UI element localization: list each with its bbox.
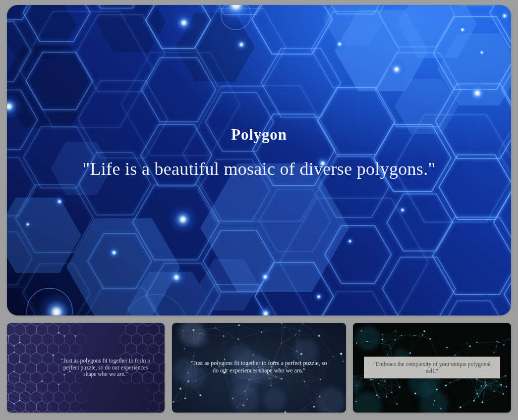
thumbnail-slide-3[interactable]: "Embrace the complexity of your unique p… <box>353 323 511 413</box>
thumbnail-1-quote: "Just as polygons fit together to form a… <box>59 358 152 378</box>
slide-gallery: Polygon "Life is a beautiful mosaic of d… <box>0 0 518 420</box>
quote-band: "Embrace the complexity of your unique p… <box>364 357 500 378</box>
thumbnail-slide-2[interactable]: "Just as polygons fit together to form a… <box>172 323 346 413</box>
thumbnail-2-quote: "Just as polygons fit together to form a… <box>188 360 330 374</box>
slide-quote: "Life is a beautiful mosaic of diverse p… <box>7 158 511 180</box>
main-slide-preview: Polygon "Life is a beautiful mosaic of d… <box>7 5 511 315</box>
slide-title: Polygon <box>7 126 511 144</box>
thumbnail-slide-1[interactable]: "Just as polygons fit together to form a… <box>7 323 165 413</box>
thumbnail-3-quote: "Embrace the complexity of your unique p… <box>370 361 495 374</box>
